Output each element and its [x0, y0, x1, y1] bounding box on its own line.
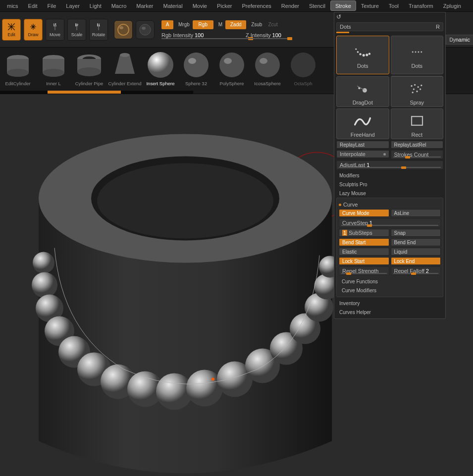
history-icon[interactable]: ↺	[336, 13, 341, 20]
stroke-spray[interactable]: Spray	[391, 76, 444, 107]
svg-point-56	[366, 53, 368, 56]
curve-header[interactable]: Curve	[339, 200, 441, 209]
menu-item[interactable]: Transform	[404, 0, 438, 11]
shelf-item[interactable]: Cylinder Extend	[107, 48, 143, 90]
shelf-item[interactable]: Cylinder Pipe	[71, 48, 107, 90]
shelf-scroll-indicator[interactable]	[48, 91, 121, 94]
substeps-field[interactable]: 1SubSteps	[339, 229, 389, 237]
m-toggle[interactable]: M	[218, 22, 222, 27]
mrgb-toggle[interactable]: Mrgb	[178, 22, 190, 27]
repel-falloff-slider[interactable]: Repel Falloff 2	[391, 266, 441, 275]
svg-point-25	[224, 58, 232, 64]
menu-item[interactable]: Tool	[384, 0, 404, 11]
svg-point-51	[211, 378, 214, 381]
liquid-toggle[interactable]: Liquid	[391, 248, 441, 256]
menu-item[interactable]: Texture	[356, 0, 384, 11]
svg-point-8	[140, 24, 151, 35]
shelf-item[interactable]: Sphere 32	[178, 48, 214, 90]
replay-last-button[interactable]: ReplayLast	[336, 141, 389, 149]
svg-point-69	[416, 91, 418, 92]
stroke-dragdot[interactable]: DragDot	[336, 76, 389, 107]
svg-text:M: M	[54, 22, 57, 27]
menu-item[interactable]: Render	[276, 0, 304, 11]
menu-item[interactable]: File	[43, 0, 61, 11]
elastic-toggle[interactable]: Elastic	[339, 248, 389, 256]
curve-functions-section[interactable]: Curve Functions	[339, 277, 441, 286]
menu-item[interactable]: Light	[85, 0, 106, 11]
svg-point-61	[420, 52, 422, 53]
lazy-mouse-section[interactable]: Lazy Mouse	[336, 189, 443, 198]
rgb-toggle[interactable]: Rgb	[193, 20, 213, 29]
svg-point-7	[119, 26, 123, 29]
svg-point-22	[184, 53, 209, 77]
menu-item[interactable]: Movie	[188, 0, 212, 11]
inventory-section[interactable]: Inventory	[336, 299, 443, 308]
svg-point-54	[360, 53, 362, 55]
rotate-button[interactable]: R Rotate	[89, 19, 108, 41]
sculptris-pro-section[interactable]: Sculptris Pro	[336, 180, 443, 189]
shelf-item[interactable]: Inner L	[36, 48, 71, 90]
stroke-rect[interactable]: Rect	[391, 108, 444, 139]
menu-item[interactable]: Material	[158, 0, 188, 11]
rgb-intensity-slider[interactable]	[161, 38, 251, 39]
svg-point-70	[420, 88, 421, 90]
zcut-toggle[interactable]: Zcut	[268, 22, 277, 27]
bend-start-toggle[interactable]: Bend Start	[339, 238, 389, 246]
menu-item[interactable]: Macro	[106, 0, 132, 11]
svg-point-20	[120, 53, 130, 57]
edit-button[interactable]: Edit	[2, 19, 21, 41]
menu-item[interactable]: Marker	[131, 0, 158, 11]
menu-item[interactable]: Picker	[212, 0, 237, 11]
menu-item[interactable]: mics	[2, 0, 23, 11]
adjust-last-slider[interactable]: AdjustLast 1	[336, 160, 443, 169]
menu-item[interactable]: Preferences	[237, 0, 276, 11]
shelf-item[interactable]: PolySphere	[214, 48, 250, 90]
lock-end-toggle[interactable]: Lock End	[391, 257, 441, 265]
svg-point-71	[420, 85, 422, 86]
scale-button[interactable]: S Scale	[67, 19, 86, 41]
interpolate-button[interactable]: Interpolate	[336, 150, 389, 158]
brush-preview[interactable]	[136, 20, 155, 39]
menu-item-stroke[interactable]: Stroke	[330, 0, 356, 11]
shelf-item-insert-sphere[interactable]: Insert Sphere	[143, 48, 178, 90]
dynamic-toggle[interactable]: DyDynamicnamic	[446, 35, 473, 45]
curve-step-slider[interactable]: CurveStep 1	[339, 218, 441, 227]
zsub-toggle[interactable]: Zsub	[251, 22, 262, 27]
menu-item[interactable]: Layer	[61, 0, 85, 11]
strokes-count-slider[interactable]: Strokes Count	[391, 150, 444, 159]
shelf-item[interactable]: OctaSph	[285, 48, 321, 90]
svg-point-26	[255, 53, 280, 77]
z-intensity-slider[interactable]	[246, 38, 290, 39]
menu-item[interactable]: Stencil	[304, 0, 330, 11]
stroke-dots-alt[interactable]: Dots	[391, 36, 444, 74]
move-button[interactable]: M Move	[46, 19, 64, 41]
as-line-toggle[interactable]: AsLine	[391, 209, 441, 217]
svg-point-27	[260, 58, 267, 64]
zadd-toggle[interactable]: Zadd	[225, 20, 246, 29]
shelf-item[interactable]: IcosaSphere	[250, 48, 285, 90]
shelf-item[interactable]: EditCylinder	[0, 48, 36, 90]
modifiers-section[interactable]: Modifiers	[336, 171, 443, 180]
bend-end-toggle[interactable]: Bend End	[391, 238, 441, 246]
svg-point-19	[77, 67, 101, 76]
lock-start-toggle[interactable]: Lock Start	[339, 257, 389, 265]
z-intensity-value: 100	[272, 32, 281, 38]
menu-bar: mics Edit File Layer Light Macro Marker …	[0, 0, 473, 12]
svg-text:R: R	[98, 22, 101, 27]
stroke-freehand[interactable]: FreeHand	[336, 108, 389, 139]
curve-mode-toggle[interactable]: Curve Mode	[339, 209, 389, 217]
a-toggle[interactable]: A	[161, 20, 173, 29]
svg-point-33	[97, 163, 273, 239]
menu-item[interactable]: Zplugin	[438, 0, 466, 11]
curve-modifiers-section[interactable]: Curve Modifiers	[339, 286, 441, 295]
stroke-dots[interactable]: Dots	[336, 36, 389, 74]
replay-last-rel-button[interactable]: ReplayLastRel	[391, 141, 444, 149]
snap-toggle[interactable]: Snap	[391, 229, 441, 237]
rgb-intensity-value: 100	[195, 32, 204, 38]
curves-helper-section[interactable]: Curves Helper	[336, 308, 443, 317]
material-preview[interactable]	[114, 20, 133, 39]
repel-strength-slider[interactable]: Repel Strength	[339, 266, 389, 275]
menu-item[interactable]: Edit	[23, 0, 43, 11]
draw-button[interactable]: Draw	[24, 19, 43, 41]
panel-title[interactable]: DotsR	[336, 22, 443, 31]
